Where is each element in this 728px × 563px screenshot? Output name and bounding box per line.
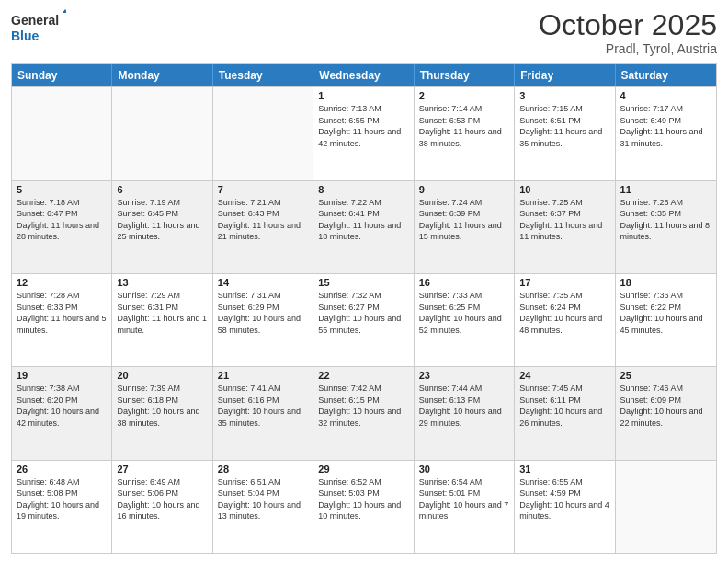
day-number: 28 — [218, 464, 308, 475]
day-number: 6 — [117, 184, 207, 195]
weekday-header: Tuesday — [213, 64, 313, 86]
calendar-cell: 31Sunrise: 6:55 AM Sunset: 4:59 PM Dayli… — [515, 461, 615, 553]
day-number: 18 — [620, 277, 711, 288]
calendar-cell: 11Sunrise: 7:26 AM Sunset: 6:35 PM Dayli… — [616, 181, 716, 273]
day-info: Sunrise: 7:41 AM Sunset: 6:16 PM Dayligh… — [218, 383, 308, 429]
day-info: Sunrise: 7:19 AM Sunset: 6:45 PM Dayligh… — [117, 197, 207, 243]
day-info: Sunrise: 7:35 AM Sunset: 6:24 PM Dayligh… — [519, 290, 609, 336]
day-info: Sunrise: 7:24 AM Sunset: 6:39 PM Dayligh… — [419, 197, 509, 243]
svg-text:General: General — [11, 13, 59, 28]
day-info: Sunrise: 7:36 AM Sunset: 6:22 PM Dayligh… — [620, 290, 711, 336]
day-number: 8 — [318, 184, 408, 195]
day-number: 14 — [218, 277, 308, 288]
day-info: Sunrise: 6:52 AM Sunset: 5:03 PM Dayligh… — [318, 477, 408, 523]
calendar-cell: 26Sunrise: 6:48 AM Sunset: 5:08 PM Dayli… — [12, 461, 112, 553]
day-number: 9 — [419, 184, 509, 195]
day-number: 22 — [318, 370, 408, 381]
day-number: 2 — [419, 90, 509, 101]
weekday-header: Saturday — [616, 64, 716, 86]
calendar-cell: 23Sunrise: 7:44 AM Sunset: 6:13 PM Dayli… — [415, 367, 515, 459]
day-number: 4 — [620, 90, 711, 101]
day-info: Sunrise: 7:13 AM Sunset: 6:55 PM Dayligh… — [318, 103, 408, 149]
calendar-cell: 16Sunrise: 7:33 AM Sunset: 6:25 PM Dayli… — [415, 274, 515, 366]
calendar: SundayMondayTuesdayWednesdayThursdayFrid… — [11, 63, 717, 554]
day-info: Sunrise: 7:29 AM Sunset: 6:31 PM Dayligh… — [117, 290, 207, 336]
calendar-cell: 4Sunrise: 7:17 AM Sunset: 6:49 PM Daylig… — [616, 87, 716, 179]
day-info: Sunrise: 6:51 AM Sunset: 5:04 PM Dayligh… — [218, 477, 308, 523]
day-info: Sunrise: 7:46 AM Sunset: 6:09 PM Dayligh… — [620, 383, 711, 429]
day-info: Sunrise: 7:21 AM Sunset: 6:43 PM Dayligh… — [218, 197, 308, 243]
weekday-header: Sunday — [12, 64, 112, 86]
calendar-row: 12Sunrise: 7:28 AM Sunset: 6:33 PM Dayli… — [12, 273, 716, 366]
calendar-cell: 9Sunrise: 7:24 AM Sunset: 6:39 PM Daylig… — [415, 181, 515, 273]
calendar-cell: 8Sunrise: 7:22 AM Sunset: 6:41 PM Daylig… — [313, 181, 414, 273]
calendar-cell: 17Sunrise: 7:35 AM Sunset: 6:24 PM Dayli… — [515, 274, 615, 366]
day-info: Sunrise: 7:18 AM Sunset: 6:47 PM Dayligh… — [17, 197, 107, 243]
day-number: 19 — [17, 370, 107, 381]
calendar-cell: 13Sunrise: 7:29 AM Sunset: 6:31 PM Dayli… — [112, 274, 212, 366]
day-info: Sunrise: 6:49 AM Sunset: 5:06 PM Dayligh… — [117, 477, 207, 523]
weekday-header: Friday — [515, 64, 615, 86]
calendar-cell: 7Sunrise: 7:21 AM Sunset: 6:43 PM Daylig… — [213, 181, 313, 273]
calendar-body: 1Sunrise: 7:13 AM Sunset: 6:55 PM Daylig… — [12, 86, 716, 553]
location: Pradl, Tyrol, Austria — [539, 41, 717, 56]
day-info: Sunrise: 7:39 AM Sunset: 6:18 PM Dayligh… — [117, 383, 207, 429]
day-info: Sunrise: 7:17 AM Sunset: 6:49 PM Dayligh… — [620, 103, 711, 149]
weekday-header: Thursday — [415, 64, 515, 86]
calendar-cell: 22Sunrise: 7:42 AM Sunset: 6:15 PM Dayli… — [313, 367, 414, 459]
day-info: Sunrise: 7:32 AM Sunset: 6:27 PM Dayligh… — [318, 290, 408, 336]
calendar-cell: 25Sunrise: 7:46 AM Sunset: 6:09 PM Dayli… — [616, 367, 716, 459]
day-info: Sunrise: 7:33 AM Sunset: 6:25 PM Dayligh… — [419, 290, 509, 336]
header: General Blue October 2025 Pradl, Tyrol, … — [11, 9, 717, 56]
day-number: 27 — [117, 464, 207, 475]
day-info: Sunrise: 7:14 AM Sunset: 6:53 PM Dayligh… — [419, 103, 509, 149]
day-info: Sunrise: 7:38 AM Sunset: 6:20 PM Dayligh… — [17, 383, 107, 429]
calendar-cell: 27Sunrise: 6:49 AM Sunset: 5:06 PM Dayli… — [112, 461, 212, 553]
logo: General Blue — [11, 9, 66, 48]
calendar-cell: 18Sunrise: 7:36 AM Sunset: 6:22 PM Dayli… — [616, 274, 716, 366]
calendar-cell — [12, 87, 112, 179]
calendar-cell: 21Sunrise: 7:41 AM Sunset: 6:16 PM Dayli… — [213, 367, 313, 459]
calendar-cell: 3Sunrise: 7:15 AM Sunset: 6:51 PM Daylig… — [515, 87, 615, 179]
day-info: Sunrise: 6:55 AM Sunset: 4:59 PM Dayligh… — [519, 477, 609, 523]
logo-svg: General Blue — [11, 9, 66, 48]
day-info: Sunrise: 7:28 AM Sunset: 6:33 PM Dayligh… — [17, 290, 107, 336]
calendar-row: 19Sunrise: 7:38 AM Sunset: 6:20 PM Dayli… — [12, 366, 716, 459]
day-number: 21 — [218, 370, 308, 381]
day-number: 7 — [218, 184, 308, 195]
day-number: 1 — [318, 90, 408, 101]
day-number: 26 — [17, 464, 107, 475]
title-block: October 2025 Pradl, Tyrol, Austria — [539, 9, 717, 56]
weekday-header: Monday — [112, 64, 212, 86]
day-number: 12 — [17, 277, 107, 288]
month-title: October 2025 — [539, 9, 717, 41]
day-number: 13 — [117, 277, 207, 288]
calendar-cell: 24Sunrise: 7:45 AM Sunset: 6:11 PM Dayli… — [515, 367, 615, 459]
day-number: 16 — [419, 277, 509, 288]
day-info: Sunrise: 7:15 AM Sunset: 6:51 PM Dayligh… — [519, 103, 609, 149]
svg-text:Blue: Blue — [11, 29, 40, 43]
day-info: Sunrise: 7:25 AM Sunset: 6:37 PM Dayligh… — [519, 197, 609, 243]
calendar-cell: 6Sunrise: 7:19 AM Sunset: 6:45 PM Daylig… — [112, 181, 212, 273]
day-number: 25 — [620, 370, 711, 381]
calendar-cell: 14Sunrise: 7:31 AM Sunset: 6:29 PM Dayli… — [213, 274, 313, 366]
day-number: 31 — [519, 464, 609, 475]
calendar-cell: 1Sunrise: 7:13 AM Sunset: 6:55 PM Daylig… — [313, 87, 414, 179]
calendar-cell: 2Sunrise: 7:14 AM Sunset: 6:53 PM Daylig… — [415, 87, 515, 179]
weekday-header: Wednesday — [313, 64, 414, 86]
calendar-cell: 28Sunrise: 6:51 AM Sunset: 5:04 PM Dayli… — [213, 461, 313, 553]
calendar-cell: 19Sunrise: 7:38 AM Sunset: 6:20 PM Dayli… — [12, 367, 112, 459]
day-info: Sunrise: 7:22 AM Sunset: 6:41 PM Dayligh… — [318, 197, 408, 243]
day-info: Sunrise: 7:31 AM Sunset: 6:29 PM Dayligh… — [218, 290, 308, 336]
day-number: 11 — [620, 184, 711, 195]
svg-marker-2 — [63, 9, 66, 13]
day-info: Sunrise: 6:48 AM Sunset: 5:08 PM Dayligh… — [17, 477, 107, 523]
day-number: 29 — [318, 464, 408, 475]
day-number: 10 — [519, 184, 609, 195]
calendar-header: SundayMondayTuesdayWednesdayThursdayFrid… — [12, 64, 716, 86]
calendar-cell — [213, 87, 313, 179]
day-number: 3 — [519, 90, 609, 101]
day-number: 20 — [117, 370, 207, 381]
calendar-row: 5Sunrise: 7:18 AM Sunset: 6:47 PM Daylig… — [12, 180, 716, 273]
calendar-cell: 20Sunrise: 7:39 AM Sunset: 6:18 PM Dayli… — [112, 367, 212, 459]
